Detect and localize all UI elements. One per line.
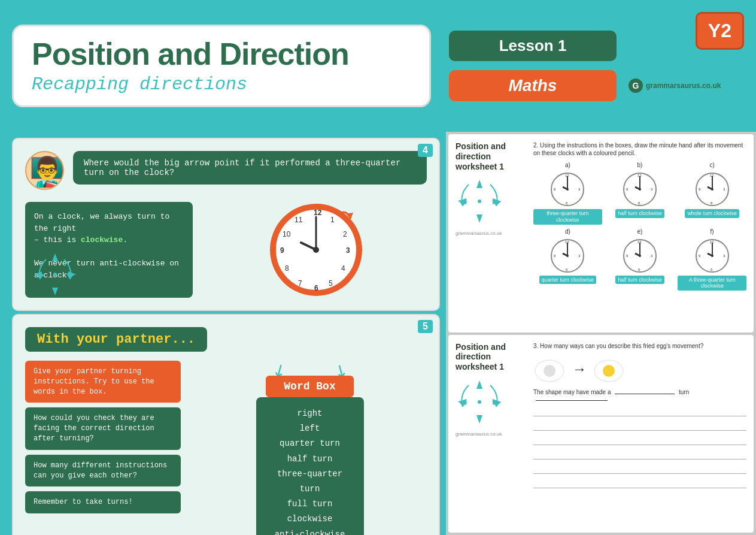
clock-grid: a) 12 3 6 9 three-quarter turn clockwise — [533, 162, 746, 291]
slide-4-number: 4 — [418, 144, 433, 157]
year-badge: Y2 — [696, 12, 744, 50]
write-line-5 — [533, 464, 746, 474]
word-box-title: Word Box — [266, 376, 353, 397]
clock-e-svg: 12 3 6 9 — [622, 238, 658, 274]
clock-e-label: half turn clockwise — [615, 276, 664, 285]
instructions-col: Give your partner turning instructions. … — [25, 361, 181, 535]
word-quarter: quarter turn — [274, 436, 346, 451]
slide-body: On a clock, we always turn to the right … — [25, 202, 427, 298]
svg-text:2: 2 — [343, 230, 347, 238]
word-full: full turn — [274, 497, 346, 512]
clock-area: 12 3 6 9 1 2 4 5 7 8 10 11 — [205, 202, 427, 298]
svg-text:11: 11 — [294, 216, 303, 224]
clock-svg: 12 3 6 9 1 2 4 5 7 8 10 11 — [268, 202, 364, 298]
svg-marker-81 — [476, 415, 482, 424]
svg-marker-19 — [52, 288, 58, 295]
worksheet-2: Position and direction worksheet 1 gramm… — [448, 335, 754, 533]
blank-1 — [615, 394, 675, 394]
lesson-badge: Lesson 1 — [449, 31, 617, 61]
egg-movement: → — [533, 356, 746, 383]
word-left: left — [274, 421, 346, 436]
write-line-1 — [533, 407, 746, 416]
instruction-3: How many different instructions can you … — [25, 455, 181, 487]
word-half: half turn — [274, 452, 346, 467]
svg-marker-22 — [36, 273, 44, 279]
word-clockwise: clockwise — [274, 512, 346, 527]
write-line-6 — [533, 479, 746, 488]
teacher-bubble: Where would the big arrow point if it pe… — [25, 151, 427, 190]
with-partner-header: With your partner... — [25, 327, 207, 352]
clock-f-label: A three-quarter turn clockwise — [678, 276, 746, 291]
svg-marker-18 — [52, 253, 58, 261]
write-line-2 — [533, 421, 746, 431]
clockwise-word: clockwise — [81, 235, 123, 244]
ws1-compass — [456, 177, 503, 225]
svg-text:4: 4 — [341, 264, 345, 273]
clock-item-f: f) 12 3 6 9 A three-quarter turn clockwi… — [678, 228, 746, 291]
svg-text:8: 8 — [285, 264, 289, 273]
maths-row: Maths G grammarsaurus.co.uk — [449, 70, 721, 101]
ws2-footer: grammarsaurus.co.uk — [456, 431, 527, 437]
clock-c-svg: 12 3 6 9 — [694, 171, 730, 207]
content-area: 4 Where would the big arrow point if it … — [0, 132, 756, 535]
clock-item-b: b) 12 3 6 9 half turn clockwise — [606, 162, 675, 225]
teacher-avatar — [25, 151, 64, 190]
svg-point-17 — [53, 273, 57, 276]
arrow-right-icon: → — [572, 361, 587, 377]
logo-icon: G — [629, 78, 643, 93]
ws1-title: Position and direction worksheet 1 — [456, 141, 527, 171]
svg-text:6: 6 — [314, 284, 318, 292]
slide-5-number: 5 — [418, 320, 433, 333]
subtitle: Recapping directions — [32, 74, 411, 95]
main-title: Position and Direction — [32, 37, 411, 71]
right-panel: Position and direction worksheet 1 gramm… — [446, 132, 756, 535]
clock-item-c: c) 12 3 6 9 whole turn clockwise — [678, 162, 746, 225]
svg-text:9: 9 — [280, 246, 284, 255]
clock-c-label: whole turn clockwise — [685, 209, 739, 218]
word-three-quarter: three-quarter turn — [274, 467, 346, 497]
ws1-instruction: 2. Using the instructions in the boxes, … — [533, 141, 746, 157]
fill-sentence: The shape may have made a turn — [533, 389, 746, 402]
instruction-4: Remember to take turns! — [25, 491, 181, 513]
ws1-right: 2. Using the instructions in the boxes, … — [533, 141, 746, 325]
svg-point-89 — [603, 365, 615, 377]
clock-f-svg: 12 3 6 9 — [694, 238, 730, 274]
blank-2 — [536, 400, 608, 401]
left-panel: 4 Where would the big arrow point if it … — [0, 132, 446, 535]
ws1-left: Position and direction worksheet 1 gramm… — [456, 141, 527, 325]
svg-marker-26 — [476, 214, 482, 223]
egg-before — [533, 356, 566, 383]
svg-text:10: 10 — [283, 230, 291, 238]
clock-item-d: d) 12 3 6 9 quarter turn clockwise — [533, 228, 602, 291]
grammarsaurus-logo: G grammarsaurus.co.uk — [629, 78, 721, 93]
svg-point-79 — [478, 400, 481, 404]
compass-indicator — [31, 250, 79, 301]
slide-5: 5 With your partner... Give your partner… — [12, 314, 440, 535]
word-right: right — [274, 406, 346, 421]
clock-item-e: e) 12 3 6 9 half turn clockwise — [606, 228, 675, 291]
svg-marker-80 — [476, 380, 482, 389]
svg-marker-25 — [476, 180, 482, 188]
partner-content: Give your partner turning instructions. … — [25, 361, 427, 535]
svg-text:5: 5 — [329, 279, 333, 288]
clock-a-label: three-quarter turn clockwise — [533, 209, 602, 225]
ws2-instruction: 3. How many ways can you describe this f… — [533, 342, 746, 350]
ws1-footer: grammarsaurus.co.uk — [456, 231, 527, 236]
clock-a-svg: 12 3 6 9 — [549, 171, 585, 207]
instruction-2: How could you check they are facing the … — [25, 407, 181, 449]
clock-item-a: a) 12 3 6 9 three-quarter turn clockwise — [533, 162, 602, 225]
ws2-right: 3. How many ways can you describe this f… — [533, 342, 746, 526]
slide-4: 4 Where would the big arrow point if it … — [12, 138, 440, 311]
svg-text:1: 1 — [330, 216, 335, 224]
text-line2: – this is clockwise. — [34, 235, 127, 244]
ws2-compass — [456, 378, 503, 426]
maths-badge: Maths — [449, 70, 617, 101]
svg-text:12: 12 — [314, 208, 322, 217]
write-line-4 — [533, 450, 746, 460]
svg-text:7: 7 — [298, 279, 302, 288]
egg-after — [593, 356, 626, 383]
word-box-body: right left quarter turn half turn three-… — [256, 397, 364, 535]
ws2-left: Position and direction worksheet 1 gramm… — [456, 342, 527, 526]
word-anti-clockwise: anti-clockwise — [274, 527, 346, 536]
clock-b-label: half turn clockwise — [615, 209, 664, 218]
